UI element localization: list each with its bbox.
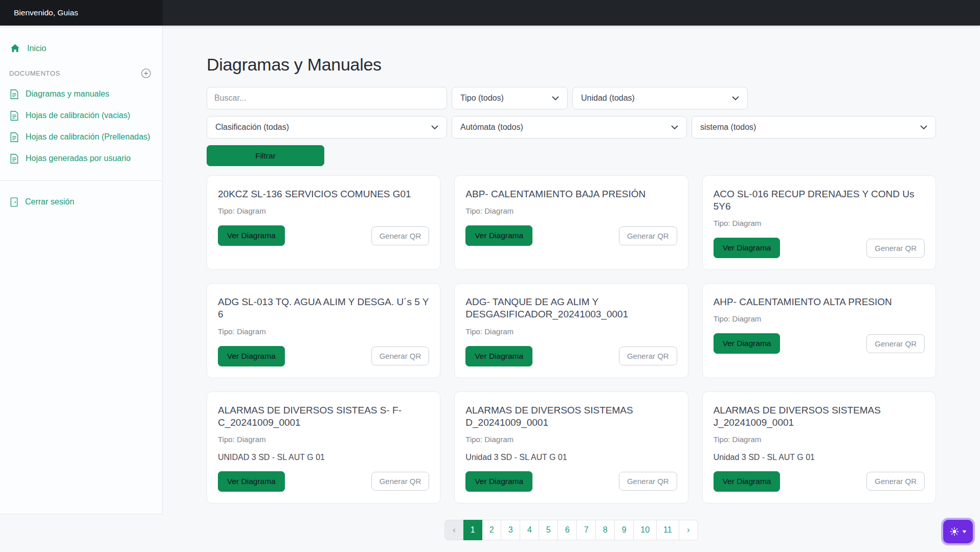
- plus-circle-icon[interactable]: [141, 68, 151, 78]
- pagination-page-7[interactable]: 7: [577, 520, 596, 540]
- ver-diagrama-button[interactable]: Ver Diagrama: [218, 346, 285, 366]
- search-input[interactable]: [207, 87, 447, 109]
- main-content: Diagramas y Manuales Tipo (todos) Unidad…: [163, 26, 980, 552]
- page-title: Diagramas y Manuales: [207, 55, 936, 75]
- pagination: ‹ 1 2 3 4 5 6 7 8 9 10 11 ›: [207, 520, 936, 540]
- pagination-next[interactable]: ›: [679, 520, 698, 540]
- diagram-card: ABP- CALENTAMIENTO BAJA PRESIÓN Tipo: Di…: [454, 175, 688, 270]
- sidebar-section-documentos: DOCUMENTOS: [0, 59, 162, 83]
- pagination-prev[interactable]: ‹: [444, 520, 463, 540]
- document-icon: [10, 154, 18, 164]
- card-tipo: Tipo: Diagram: [465, 327, 677, 336]
- pagination-page-6[interactable]: 6: [558, 520, 577, 540]
- tipo-select-value: Tipo (todos): [460, 94, 504, 103]
- diagram-card: AHP- CALENTAMIENTO ALTA PRESION Tipo: Di…: [702, 283, 936, 378]
- sidebar-divider: [0, 180, 162, 181]
- card-tipo: Tipo: Diagram: [714, 314, 925, 323]
- card-tipo: Tipo: Diagram: [218, 206, 429, 215]
- generar-qr-button[interactable]: Generar QR: [866, 334, 925, 353]
- card-actions: Ver Diagrama Generar QR: [465, 225, 677, 246]
- sistema-select[interactable]: sistema (todos): [692, 116, 936, 139]
- ver-diagrama-button[interactable]: Ver Diagrama: [465, 346, 532, 366]
- chevron-down-icon: [671, 125, 678, 130]
- pagination-page-4[interactable]: 4: [520, 520, 539, 540]
- caret-down-icon: [962, 530, 967, 534]
- ver-diagrama-button[interactable]: Ver Diagrama: [714, 471, 781, 492]
- card-actions: Ver Diagrama Generar QR: [465, 346, 677, 366]
- clasificacion-select[interactable]: Clasificación (todas): [207, 116, 447, 139]
- pagination-page-9[interactable]: 9: [615, 520, 634, 540]
- welcome-banner: Bienvenido, Guias: [0, 0, 163, 26]
- ver-diagrama-button[interactable]: Ver Diagrama: [218, 471, 285, 492]
- sidebar-item-label: Hojas generadas por usuario: [26, 154, 130, 163]
- sidebar-item-cerrar-sesion[interactable]: Cerrar sesión: [0, 191, 162, 213]
- chevron-down-icon: [732, 96, 739, 101]
- generar-qr-button[interactable]: Generar QR: [619, 226, 677, 245]
- ver-diagrama-button[interactable]: Ver Diagrama: [465, 471, 532, 492]
- generar-qr-button[interactable]: Generar QR: [619, 347, 677, 365]
- sidebar-item-label: Inicio: [27, 44, 46, 53]
- filter-row-1: Tipo (todos) Unidad (todas): [207, 87, 936, 109]
- sidebar-item-hojas-calibracion-vacias[interactable]: Hojas de calibración (vacias): [0, 105, 162, 126]
- automata-select[interactable]: Autómata (todos): [452, 116, 687, 139]
- welcome-text: Bienvenido, Guias: [14, 8, 78, 17]
- pagination-group: ‹ 1 2 3 4 5 6 7 8 9 10 11 ›: [444, 520, 698, 540]
- ver-diagrama-button[interactable]: Ver Diagrama: [218, 225, 285, 246]
- diagram-card: ACO SL-016 RECUP DRENAJES Y COND Us 5Y6 …: [702, 175, 936, 270]
- generar-qr-button[interactable]: Generar QR: [371, 226, 430, 245]
- sidebar-item-label: Hojas de calibración (vacias): [26, 111, 130, 120]
- theme-toggle-button[interactable]: [943, 520, 973, 543]
- ver-diagrama-button[interactable]: Ver Diagrama: [714, 333, 781, 354]
- card-actions: Ver Diagrama Generar QR: [218, 225, 429, 246]
- unidad-select-value: Unidad (todas): [581, 94, 635, 103]
- sidebar: Inicio DOCUMENTOS Diagramas y manuales H…: [0, 26, 163, 514]
- sidebar-item-hojas-calibracion-prellenadas[interactable]: Hojas de calibración (Prellenadas): [0, 126, 162, 148]
- chevron-down-icon: [552, 96, 559, 101]
- unidad-select[interactable]: Unidad (todas): [572, 87, 748, 109]
- pagination-page-10[interactable]: 10: [634, 520, 657, 540]
- sidebar-item-label: Cerrar sesión: [25, 197, 74, 206]
- sun-icon: [950, 527, 959, 536]
- card-title: ACO SL-016 RECUP DRENAJES Y COND Us 5Y6: [714, 188, 925, 213]
- logout-icon: [10, 197, 18, 207]
- diagram-card: ADG SL-013 TQ. AGUA ALIM Y DESGA. U´s 5 …: [207, 283, 440, 378]
- card-tipo: Tipo: Diagram: [465, 206, 677, 215]
- generar-qr-button[interactable]: Generar QR: [866, 472, 925, 491]
- sidebar-item-label: Diagramas y manuales: [26, 89, 109, 99]
- card-actions: Ver Diagrama Generar QR: [218, 346, 429, 366]
- sidebar-item-hojas-generadas-por-usuario[interactable]: Hojas generadas por usuario: [0, 148, 162, 169]
- filter-row-2: Clasificación (todas) Autómata (todos) s…: [207, 116, 936, 139]
- generar-qr-button[interactable]: Generar QR: [619, 472, 677, 491]
- document-icon: [10, 89, 18, 99]
- pagination-page-5[interactable]: 5: [539, 520, 558, 540]
- pagination-page-1[interactable]: 1: [463, 520, 482, 540]
- generar-qr-button[interactable]: Generar QR: [371, 472, 430, 491]
- filtrar-button[interactable]: Filtrar: [207, 145, 324, 166]
- generar-qr-button[interactable]: Generar QR: [371, 347, 430, 365]
- card-actions: Ver Diagrama Generar QR: [218, 471, 429, 492]
- tipo-select[interactable]: Tipo (todos): [452, 87, 568, 109]
- diagram-card: 20KCZ SL-136 SERVICIOS COMUNES G01 Tipo:…: [207, 175, 440, 270]
- card-tipo: Tipo: Diagram: [218, 327, 429, 336]
- pagination-page-11[interactable]: 11: [657, 520, 679, 540]
- pagination-page-8[interactable]: 8: [596, 520, 615, 540]
- document-icon: [10, 132, 18, 142]
- ver-diagrama-button[interactable]: Ver Diagrama: [714, 238, 781, 258]
- card-tipo: Tipo: Diagram: [714, 219, 925, 227]
- pagination-page-3[interactable]: 3: [501, 520, 520, 540]
- sidebar-item-diagramas-y-manuales[interactable]: Diagramas y manuales: [0, 83, 162, 105]
- clasificacion-select-value: Clasificación (todas): [215, 123, 289, 132]
- card-title: 20KCZ SL-136 SERVICIOS COMUNES G01: [218, 188, 429, 200]
- generar-qr-button[interactable]: Generar QR: [866, 239, 925, 258]
- diagram-card: ADG- TANQUE DE AG ALIM Y DESGASIFICADOR_…: [454, 283, 688, 378]
- pagination-page-2[interactable]: 2: [482, 520, 501, 540]
- card-actions: Ver Diagrama Generar QR: [714, 333, 925, 354]
- document-icon: [10, 111, 18, 121]
- card-title: ADG- TANQUE DE AG ALIM Y DESGASIFICADOR_…: [465, 296, 677, 320]
- sistema-select-value: sistema (todos): [700, 123, 756, 132]
- sidebar-item-inicio[interactable]: Inicio: [0, 38, 162, 59]
- ver-diagrama-button[interactable]: Ver Diagrama: [465, 225, 532, 246]
- card-unidad: Unidad 3 SD - SL AUT G 01: [465, 453, 677, 462]
- card-title: ALARMAS DE DIVERSOS SISTEMAS D_20241009_…: [465, 404, 677, 429]
- home-icon: [10, 44, 20, 53]
